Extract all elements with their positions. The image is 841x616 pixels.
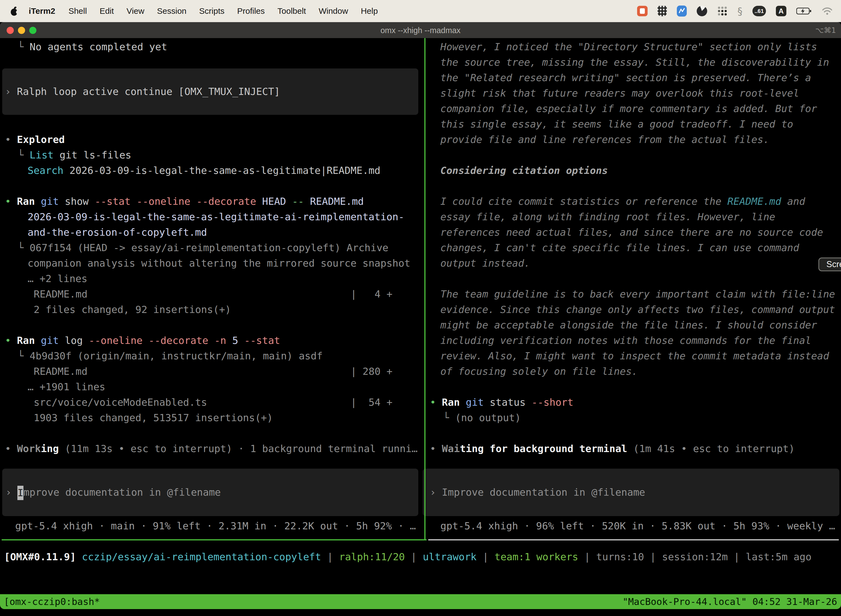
terminal-line: evidence. Since this change only affects… (440, 302, 835, 317)
terminal-line: this single essay, it seems like a good … (440, 116, 793, 132)
terminal-line: essay file, along with finding root file… (440, 209, 775, 224)
menu-item-profiles[interactable]: Profiles (237, 6, 265, 16)
menu-status-icons: § ..61 A (637, 6, 833, 17)
terminal-line: However, I noticed the "Directory Struct… (440, 39, 817, 55)
terminal-line: I could cite commit statistics or refere… (440, 194, 805, 209)
left-pane-bottom-border (1, 539, 426, 540)
terminal-line: └ (no output) (443, 410, 521, 425)
terminal-line: of focusing solely on file lines. (440, 364, 638, 379)
letter-a-icon[interactable]: A (776, 6, 786, 16)
window-shortcut: ⌥⌘1 (815, 22, 836, 38)
terminal-line: output instead. (440, 255, 530, 271)
prompt-chevron: › (430, 487, 442, 498)
terminal-line: changes, I can't cite specific file line… (440, 240, 799, 255)
terminal-line: └ List git ls-files (18, 147, 131, 163)
right-input-box[interactable]: › Improve documentation in @filename (423, 469, 840, 516)
terminal-line: 1903 files changed, 513517 insertions(+) (34, 410, 273, 425)
terminal-line: Considering citation options (440, 163, 608, 178)
terminal-line: slight risk that future readers may over… (440, 85, 799, 101)
wifi-icon[interactable] (822, 7, 833, 15)
terminal-line: provide file and line references from th… (440, 132, 769, 147)
pane-divider[interactable] (424, 38, 425, 540)
menu-item-scripts[interactable]: Scripts (199, 6, 224, 16)
terminal-line: the source tree, missing the essay. Stil… (440, 55, 829, 70)
terminal-line: Search 2026-03-09-is-legal-the-same-as-l… (28, 163, 381, 178)
terminal-line: and-the-erosion-of-copyleft.md (28, 224, 207, 240)
menu-app-name[interactable]: iTerm2 (29, 6, 55, 16)
menu-item-help[interactable]: Help (361, 6, 378, 16)
terminal-line: gpt-5.4 xhigh · 96% left · 520K in · 5.8… (440, 518, 835, 534)
menu-item-view[interactable]: View (127, 6, 144, 16)
terminal-line: The team guideline is to back every impo… (440, 286, 835, 302)
menu-item-edit[interactable]: Edit (100, 6, 114, 16)
title-bar: omx --xhigh --madmax ⌥⌘1 (0, 22, 841, 38)
input-placeholder: Improve documentation in @filename (442, 487, 645, 498)
text-cursor: I (18, 486, 23, 500)
menu-items: ShellEditViewSessionScriptsProfilesToolb… (69, 6, 390, 16)
terminal: › Ralph loop active continue [OMX_TMUX_I… (0, 38, 841, 594)
input-placeholder: mprove documentation in @filename (23, 487, 221, 498)
terminal-line: review. Also, I might want to inspect th… (440, 348, 829, 364)
terminal-line: gpt-5.4 xhigh · main · 91% left · 2.31M … (15, 518, 416, 534)
terminal-line: • Ran git log --oneline --decorate -n 5 … (5, 333, 280, 348)
terminal-line: • Working (11m 13s • esc to interrupt) ·… (5, 441, 418, 456)
terminal-line: companion analysis without altering the … (28, 255, 410, 271)
prompt-chevron: › (5, 86, 11, 97)
ralph-inject-box: › Ralph loop active continue [OMX_TMUX_I… (2, 69, 418, 115)
terminal-line: • Ran git status --short (430, 395, 573, 410)
terminal-line: [OMX#0.11.9] cczip/essay/ai-reimplementa… (4, 549, 812, 565)
menu-item-shell[interactable]: Shell (69, 6, 87, 16)
terminal-line: └ 067f154 (HEAD -> essay/ai-reimplementa… (18, 240, 388, 255)
terminal-line: including verification notes with those … (440, 333, 811, 348)
menu-item-window[interactable]: Window (319, 6, 348, 16)
terminal-line: companion file, especially if more comme… (440, 101, 817, 116)
right-pane-bottom-border (428, 539, 839, 540)
terminal-line: └ No agents completed yet (18, 39, 167, 55)
chat-app-icon[interactable] (637, 6, 648, 16)
pie-circle-icon[interactable] (697, 6, 707, 16)
screen-overlay-button[interactable]: Scre (818, 258, 841, 271)
menu-item-session[interactable]: Session (157, 6, 186, 16)
terminal-line: • Waiting for background terminal (1m 41… (430, 441, 795, 456)
terminal-line: • Explored (5, 132, 65, 147)
tmux-status-bar: [omx-cczip0:bash* "MacBook-Pro-44.local"… (0, 594, 841, 609)
terminal-line: the "Related research writing" section i… (440, 70, 811, 85)
menu-item-toolbelt[interactable]: Toolbelt (278, 6, 306, 16)
terminal-line: • Ran git show --stat --oneline --decora… (5, 194, 364, 209)
terminal-line: src/voice/voiceModeEnabled.ts | 54 + (34, 395, 393, 410)
terminal-line: README.md | 280 + (34, 364, 393, 379)
badge-61-icon[interactable]: ..61 (752, 6, 766, 16)
prompt-chevron: › (6, 487, 18, 498)
seahorse-icon[interactable]: § (737, 6, 743, 17)
terminal-line: └ 4b9d30f (origin/main, instructkr/main,… (18, 348, 322, 364)
left-input-box[interactable]: › Improve documentation in @filename (2, 469, 418, 516)
terminal-line: … +2 lines (28, 271, 88, 286)
terminal-line: 2 files changed, 92 insertions(+) (34, 302, 231, 317)
menu-bar: iTerm2 ShellEditViewSessionScriptsProfil… (0, 0, 841, 22)
terminal-line: … +1901 lines (28, 379, 105, 395)
tmux-session-label[interactable]: [omx-cczip0:bash* (4, 596, 100, 607)
grid-shield-icon[interactable] (658, 6, 667, 16)
dots-grid-icon[interactable] (717, 6, 728, 16)
terminal-line: might be acceptable alongside the file l… (440, 317, 817, 333)
window-title: omx --xhigh --madmax (0, 22, 841, 38)
terminal-line: 2026-03-09-is-legal-the-same-as-legitima… (28, 209, 404, 224)
tmux-host-clock: "MacBook-Pro-44.local" 04:52 31-Mar-26 (623, 596, 837, 607)
apple-menu-icon[interactable] (8, 6, 21, 16)
terminal-line: references need actual files, and since … (440, 224, 823, 240)
terminal-line: README.md | 4 + (34, 286, 393, 302)
blue-badge-icon[interactable] (677, 6, 687, 16)
ralph-inject-text: Ralph loop active continue [OMX_TMUX_INJ… (11, 86, 280, 97)
battery-icon[interactable] (796, 7, 812, 15)
